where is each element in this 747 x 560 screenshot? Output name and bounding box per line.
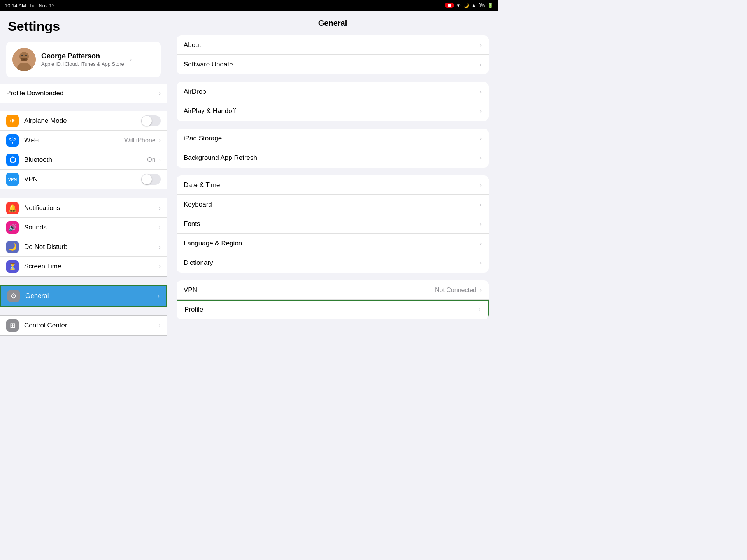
date-time-label: Date & Time [184, 181, 480, 189]
about-label: About [184, 41, 480, 49]
sidebar-item-wifi[interactable]: Wi-Fi Will iPhone › [0, 131, 167, 150]
profile-downloaded-chevron: › [159, 90, 161, 97]
wifi-value: Will iPhone [124, 137, 156, 144]
row-background-refresh[interactable]: Background App Refresh › [177, 148, 489, 168]
section-airdrop: AirDrop › AirPlay & Handoff › [177, 82, 489, 121]
signal-icon: ▲ [472, 3, 476, 8]
profile-downloaded-label: Profile Downloaded [6, 89, 159, 97]
profile-chevron: › [479, 306, 481, 313]
dnd-icon: 🌙 [6, 241, 19, 253]
about-chevron: › [480, 42, 482, 49]
wifi-label: Wi-Fi [24, 136, 124, 144]
avatar [12, 48, 36, 71]
screen-time-label: Screen Time [24, 262, 159, 270]
sidebar-item-screen-time[interactable]: ⏳ Screen Time › [0, 257, 167, 276]
row-airplay-handoff[interactable]: AirPlay & Handoff › [177, 102, 489, 121]
status-time: 10:14 AM Tue Nov 12 [5, 3, 55, 9]
screen-time-icon: ⏳ [6, 260, 19, 273]
ipad-storage-label: iPad Storage [184, 135, 480, 142]
airdrop-chevron: › [480, 88, 482, 95]
row-date-time[interactable]: Date & Time › [177, 175, 489, 195]
vpn-main-label: VPN [184, 286, 435, 294]
user-profile-card[interactable]: George Patterson Apple ID, iCloud, iTune… [6, 42, 161, 77]
control-center-chevron: › [159, 322, 161, 329]
notifications-chevron: › [159, 205, 161, 212]
row-about[interactable]: About › [177, 35, 489, 55]
language-region-chevron: › [480, 240, 482, 247]
row-language-region[interactable]: Language & Region › [177, 234, 489, 253]
sidebar-item-do-not-disturb[interactable]: 🌙 Do Not Disturb › [0, 237, 167, 257]
user-subtitle: Apple ID, iCloud, iTunes & App Store [41, 61, 124, 67]
battery-icon: 🔋 [487, 3, 493, 8]
dictionary-chevron: › [480, 259, 482, 266]
status-indicators: 👁 🌙 ▲ 3% 🔋 [445, 3, 493, 8]
general-icon: ⚙ [7, 290, 20, 302]
sidebar-item-airplane-mode[interactable]: ✈ Airplane Mode [0, 111, 167, 131]
main-content: General About › Software Update › AirDro… [167, 11, 498, 373]
airplane-toggle-knob [142, 116, 152, 126]
software-update-label: Software Update [184, 61, 480, 68]
user-name: George Patterson [41, 52, 124, 60]
dnd-chevron: › [159, 243, 161, 250]
sidebar-item-vpn[interactable]: VPN VPN [0, 170, 167, 189]
row-software-update[interactable]: Software Update › [177, 55, 489, 74]
vpn-status: Not Connected [435, 287, 477, 294]
battery-pct: 3% [479, 3, 485, 8]
airplay-chevron: › [480, 108, 482, 115]
sidebar-item-general[interactable]: ⚙ General › [1, 286, 166, 306]
sidebar-item-control-center[interactable]: ⊞ Control Center › [0, 316, 167, 335]
svg-point-4 [25, 55, 27, 56]
bluetooth-label: Bluetooth [24, 156, 147, 164]
vpn-toggle[interactable] [141, 174, 161, 185]
svg-point-3 [21, 55, 23, 56]
row-fonts[interactable]: Fonts › [177, 214, 489, 234]
wifi-icon [6, 134, 19, 147]
main-title: General [177, 19, 489, 28]
dnd-label: Do Not Disturb [24, 243, 159, 251]
fonts-label: Fonts [184, 220, 480, 228]
language-region-label: Language & Region [184, 240, 480, 247]
network-section: ✈ Airplane Mode Wi-Fi Will iPhone › [0, 111, 167, 189]
record-indicator [445, 3, 454, 8]
row-keyboard[interactable]: Keyboard › [177, 195, 489, 214]
sidebar-item-bluetooth[interactable]: ⬡ Bluetooth On › [0, 150, 167, 170]
date-time-chevron: › [480, 182, 482, 189]
background-refresh-label: Background App Refresh [184, 154, 480, 162]
airplane-icon: ✈ [6, 115, 19, 127]
section-vpn-profile: VPN Not Connected › Profile › [177, 280, 489, 319]
status-bar: 10:14 AM Tue Nov 12 👁 🌙 ▲ 3% 🔋 [0, 0, 498, 11]
sidebar-item-sounds[interactable]: 🔊 Sounds › [0, 218, 167, 237]
row-dictionary[interactable]: Dictionary › [177, 253, 489, 273]
keyboard-chevron: › [480, 201, 482, 208]
airplay-label: AirPlay & Handoff [184, 107, 480, 115]
apps-section: 🔔 Notifications › 🔊 Sounds › 🌙 Do Not Di… [0, 198, 167, 276]
moon-icon: 🌙 [463, 3, 469, 8]
sidebar: Settings George Patterson [0, 11, 167, 373]
screen-time-chevron: › [159, 263, 161, 270]
sidebar-title: Settings [8, 19, 159, 34]
row-airdrop[interactable]: AirDrop › [177, 82, 489, 102]
bluetooth-chevron: › [159, 156, 161, 163]
sounds-chevron: › [159, 224, 161, 231]
row-profile[interactable]: Profile › [177, 300, 489, 319]
svg-rect-6 [21, 58, 27, 61]
notifications-label: Notifications [24, 204, 159, 212]
airplane-toggle[interactable] [141, 116, 161, 126]
bluetooth-icon: ⬡ [6, 154, 19, 166]
section-datetime: Date & Time › Keyboard › Fonts › Languag… [177, 175, 489, 273]
ipad-storage-chevron: › [480, 135, 482, 142]
profile-downloaded-row[interactable]: Profile Downloaded › [0, 84, 167, 103]
row-vpn[interactable]: VPN Not Connected › [177, 280, 489, 300]
keyboard-label: Keyboard [184, 201, 480, 208]
general-label: General [25, 292, 158, 300]
record-dot [448, 4, 451, 7]
vpn-label: VPN [24, 175, 141, 183]
sidebar-item-notifications[interactable]: 🔔 Notifications › [0, 198, 167, 218]
software-update-chevron: › [480, 61, 482, 68]
notifications-icon: 🔔 [6, 202, 19, 214]
fonts-chevron: › [480, 220, 482, 228]
vpn-icon: VPN [6, 173, 19, 186]
control-center-label: Control Center [24, 322, 159, 329]
vpn-toggle-knob [142, 174, 152, 184]
row-ipad-storage[interactable]: iPad Storage › [177, 129, 489, 148]
